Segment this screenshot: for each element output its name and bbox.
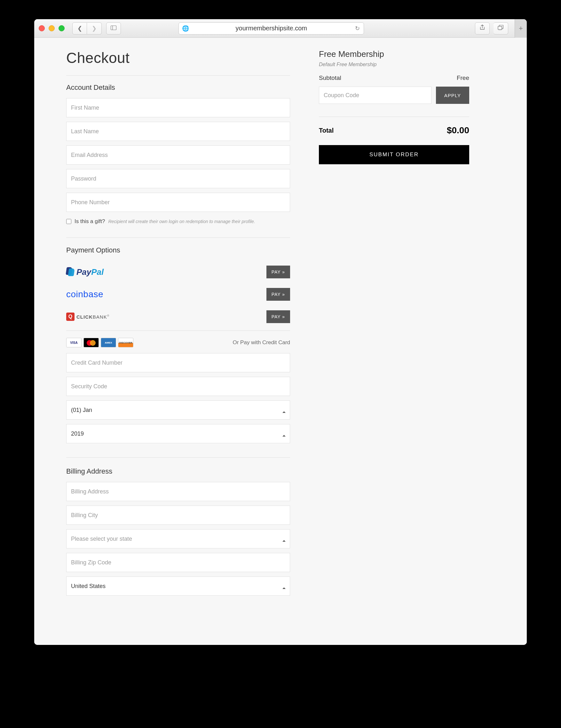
- divider: [66, 75, 290, 76]
- card-icons: VISA AMEX DISCOVER: [66, 338, 133, 347]
- address-bar[interactable]: 🌐 yourmembershipsite.com ↻: [178, 22, 364, 35]
- security-code-input[interactable]: [66, 377, 290, 396]
- first-name-input[interactable]: [66, 98, 290, 117]
- browser-window: ❮ ❯ 🌐 yourmembershipsite.com ↻: [34, 19, 527, 645]
- payment-row-clickbank: Q CLICKBANK® PAY »: [66, 306, 290, 328]
- subtotal-row: Subtotal Free: [319, 74, 469, 81]
- product-subtitle: Default Free Membership: [319, 62, 469, 67]
- page-title: Checkout: [66, 49, 290, 66]
- submit-order-button[interactable]: SUBMIT ORDER: [319, 145, 469, 164]
- total-label: Total: [319, 127, 334, 134]
- share-button[interactable]: [475, 22, 490, 35]
- cc-label: Or Pay with Credit Card: [233, 339, 291, 346]
- apply-coupon-button[interactable]: APPLY: [436, 87, 469, 104]
- payment-heading: Payment Options: [66, 246, 290, 254]
- share-icon: [480, 25, 485, 32]
- gift-label: Is this a gift?: [74, 218, 105, 225]
- gift-hint: Recipient will create their own login on…: [108, 219, 255, 224]
- close-window-icon[interactable]: [39, 25, 45, 31]
- pay-coinbase-button[interactable]: PAY »: [266, 288, 290, 301]
- product-title: Free Membership: [319, 49, 469, 59]
- checkout-form: Checkout Account Details Is this a gift?…: [66, 49, 290, 626]
- phone-input[interactable]: [66, 193, 290, 212]
- chevron-left-icon: ❮: [77, 25, 82, 32]
- account-heading: Account Details: [66, 83, 290, 92]
- payment-row-coinbase: coinbase PAY »: [66, 283, 290, 306]
- chevron-right-icon: ❯: [92, 25, 97, 32]
- password-input[interactable]: [66, 169, 290, 188]
- url-text: yourmembershipsite.com: [236, 25, 307, 32]
- billing-country-select[interactable]: United States: [66, 577, 290, 596]
- last-name-input[interactable]: [66, 122, 290, 141]
- total-row: Total $0.00: [319, 117, 469, 136]
- amex-icon: AMEX: [101, 338, 116, 347]
- billing-address-input[interactable]: [66, 482, 290, 501]
- subtotal-value: Free: [457, 74, 469, 81]
- svg-rect-0: [111, 26, 116, 30]
- billing-heading: Billing Address: [66, 467, 290, 476]
- forward-button[interactable]: ❯: [87, 22, 102, 35]
- paypal-logo: PayPal: [66, 267, 104, 277]
- page-content: Checkout Account Details Is this a gift?…: [34, 38, 527, 645]
- payment-row-paypal: PayPal PAY »: [66, 261, 290, 283]
- mastercard-icon: [83, 338, 99, 347]
- reload-icon[interactable]: ↻: [355, 25, 360, 32]
- credit-card-header: VISA AMEX DISCOVER Or Pay with Credit Ca…: [66, 330, 290, 347]
- order-summary: Free Membership Default Free Membership …: [319, 49, 469, 626]
- coupon-row: APPLY: [319, 87, 469, 104]
- tabs-button[interactable]: [494, 22, 508, 35]
- email-input[interactable]: [66, 145, 290, 165]
- card-number-input[interactable]: [66, 353, 290, 372]
- total-value: $0.00: [447, 125, 469, 136]
- tabs-icon: [498, 25, 503, 32]
- sidebar-toggle-button[interactable]: [106, 22, 121, 35]
- titlebar: ❮ ❯ 🌐 yourmembershipsite.com ↻: [34, 19, 527, 38]
- sidebar-icon: [111, 25, 116, 32]
- nav-buttons: ❮ ❯: [72, 22, 102, 35]
- minimize-window-icon[interactable]: [49, 25, 55, 31]
- visa-icon: VISA: [66, 338, 82, 347]
- payment-section: Payment Options PayPal PAY » coinbase PA…: [66, 237, 290, 448]
- maximize-window-icon[interactable]: [58, 25, 65, 31]
- billing-state-select[interactable]: Please select your state: [66, 529, 290, 548]
- discover-icon: DISCOVER: [118, 338, 133, 347]
- pay-clickbank-button[interactable]: PAY »: [266, 310, 290, 323]
- new-tab-button[interactable]: +: [515, 19, 527, 38]
- subtotal-label: Subtotal: [319, 74, 341, 81]
- clickbank-logo: Q CLICKBANK®: [66, 313, 109, 321]
- coupon-input[interactable]: [319, 87, 432, 104]
- gift-checkbox[interactable]: [66, 219, 71, 224]
- coinbase-logo: coinbase: [66, 289, 103, 299]
- expiry-year-select[interactable]: 2019: [66, 424, 290, 443]
- svg-rect-2: [498, 26, 502, 30]
- billing-zip-input[interactable]: [66, 553, 290, 572]
- back-button[interactable]: ❮: [72, 22, 87, 35]
- window-controls: [39, 25, 65, 31]
- billing-city-input[interactable]: [66, 506, 290, 525]
- pay-paypal-button[interactable]: PAY »: [266, 266, 290, 278]
- gift-row: Is this a gift? Recipient will create th…: [66, 218, 290, 225]
- billing-section: Billing Address Please select your state…: [66, 457, 290, 600]
- expiry-month-select[interactable]: (01) Jan: [66, 400, 290, 420]
- clickbank-icon: Q: [66, 313, 74, 321]
- plus-icon: +: [519, 24, 523, 33]
- globe-icon: 🌐: [182, 25, 189, 32]
